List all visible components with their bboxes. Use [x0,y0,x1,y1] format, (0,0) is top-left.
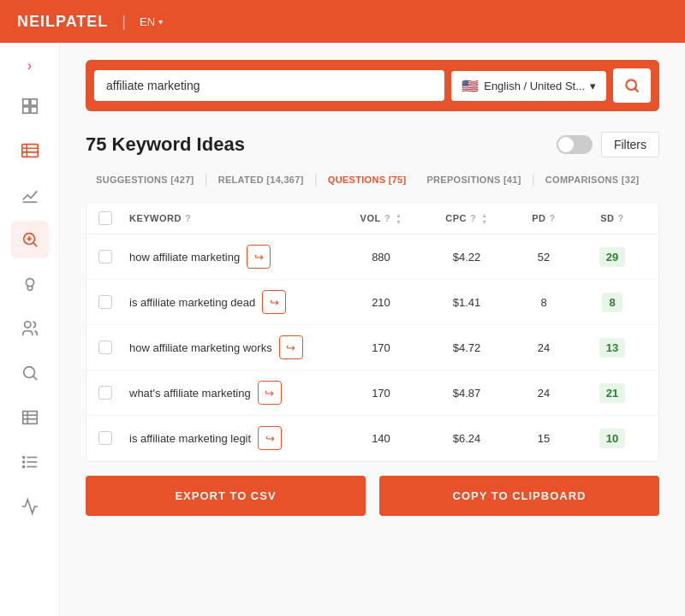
svg-point-22 [22,461,24,463]
keyword-cell-2: is affiliate marketing dead ↪ [129,290,338,314]
sidebar-item-dashboard[interactable] [11,87,49,125]
table-row: is affiliate marketing dead ↪ 210 $1.41 … [86,280,658,325]
copy-clipboard-button[interactable]: COPY TO CLIPBOARD [379,476,659,516]
vol-1: 880 [338,251,424,264]
pd-2: 8 [509,296,578,309]
tab-related[interactable]: RELATED [14,367] [208,171,314,188]
tab-comparisons[interactable]: COMPARISONS [32] [535,171,650,188]
svg-rect-1 [30,99,36,105]
cpc-sort[interactable]: ▲▼ [481,212,487,225]
sd-1: 29 [599,247,625,267]
keyword-text-3: how affiliate marketing works [129,341,272,354]
main-content: 🇺🇸 English / United St... ▾ 75 Keyword I… [60,43,685,616]
sidebar-item-activity[interactable] [11,488,49,525]
keyword-info-icon: ? [185,213,191,223]
pd-4: 24 [509,387,578,400]
row-checkbox-2[interactable] [98,295,112,309]
keyword-tabs: SUGGESTIONS [427] | RELATED [14,367] | Q… [86,171,659,188]
svg-point-11 [24,322,30,328]
main-layout: › [0,43,685,616]
keyword-arrow-btn-3[interactable]: ↪ [279,335,303,359]
tab-suggestions[interactable]: SUGGESTIONS [427] [86,171,205,188]
search-button[interactable] [613,68,651,103]
table-row: how affiliate marketing ↪ 880 $4.22 52 2… [86,234,658,280]
cpc-1: $4.22 [424,251,509,264]
svg-point-10 [26,279,33,287]
svg-line-13 [33,376,37,381]
col-header-sd: SD ? [578,213,646,223]
lang-label: EN [140,15,155,28]
keyword-arrow-btn-1[interactable]: ↪ [247,245,271,269]
keyword-arrow-btn-4[interactable]: ↪ [258,381,282,405]
svg-rect-4 [21,145,37,157]
table-row: is affiliate marketing legit ↪ 140 $6.24… [86,416,658,461]
vol-3: 170 [338,341,424,354]
sidebar-item-list[interactable] [11,443,49,481]
tab-prepositions[interactable]: PREPOSITIONS [41] [416,171,531,188]
svg-point-12 [23,367,34,378]
pd-info-icon: ? [550,213,556,223]
svg-line-25 [634,88,638,92]
select-all-checkbox[interactable] [98,211,112,225]
sidebar-item-table[interactable] [11,399,49,436]
export-csv-button[interactable]: EXPORT TO CSV [86,476,366,516]
row-checkbox-3[interactable] [98,341,112,354]
svg-rect-14 [22,412,37,424]
sidebar: › [0,43,60,616]
keyword-text-5: is affiliate marketing legit [129,432,251,445]
logo: NEILPATEL [17,13,108,31]
keyword-text-4: what's affiliate marketing [129,387,251,400]
keyword-text-1: how affiliate marketing [129,251,240,264]
keyword-cell-4: what's affiliate marketing ↪ [129,381,338,405]
keyword-cell-1: how affiliate marketing ↪ [129,245,338,269]
svg-point-24 [626,80,636,90]
row-checkbox-5[interactable] [98,431,112,445]
vol-5: 140 [338,432,424,445]
ideas-header: 75 Keyword Ideas Filters [86,132,659,157]
filter-toggle[interactable] [557,135,593,154]
flag-icon: 🇺🇸 [462,78,479,94]
svg-rect-0 [22,99,28,105]
vol-sort[interactable]: ▲▼ [396,212,402,225]
cpc-5: $6.24 [424,432,509,445]
bottom-actions: EXPORT TO CSV COPY TO CLIPBOARD [86,476,659,524]
sidebar-item-ideas[interactable] [11,265,49,303]
cpc-3: $4.72 [424,341,509,354]
lang-chevron-icon: ▾ [590,80,596,92]
keyword-cell-3: how affiliate marketing works ↪ [129,335,338,359]
sd-info-icon: ? [618,213,624,223]
sidebar-item-users[interactable] [11,310,49,347]
keyword-arrow-btn-5[interactable]: ↪ [258,426,282,450]
filters-button[interactable]: Filters [601,132,659,157]
cpc-4: $4.87 [424,387,509,400]
pd-1: 52 [509,251,578,264]
table-header: KEYWORD ? VOL ? ▲▼ CPC ? ▲▼ PD ? [86,203,658,234]
sidebar-item-keywords[interactable] [11,221,49,258]
pd-3: 24 [509,341,578,354]
col-header-pd: PD ? [509,213,578,223]
language-selector[interactable]: EN ▾ [140,15,163,28]
svg-rect-3 [30,107,36,113]
svg-point-23 [22,466,24,468]
col-header-vol: VOL ? ▲▼ [338,212,424,225]
keyword-text-2: is affiliate marketing dead [129,296,255,309]
sidebar-collapse-button[interactable]: › [21,51,39,80]
row-checkbox-4[interactable] [98,386,112,400]
cpc-2: $1.41 [424,296,509,309]
tab-questions[interactable]: QUESTIONS [75] [318,171,417,188]
search-input[interactable] [94,70,444,101]
row-checkbox-1[interactable] [98,250,112,264]
sd-5: 10 [599,429,625,448]
sidebar-item-search[interactable] [11,354,49,392]
svg-line-7 [33,243,37,247]
sd-2: 8 [602,293,622,312]
sidebar-item-target[interactable] [11,132,49,169]
sd-4: 21 [599,383,625,403]
pd-5: 15 [509,432,578,445]
top-nav: NEILPATEL | EN ▾ [0,0,685,43]
search-bar: 🇺🇸 English / United St... ▾ [86,60,659,111]
sidebar-item-analytics[interactable] [11,176,49,214]
language-dropdown[interactable]: 🇺🇸 English / United St... ▾ [451,71,606,101]
keyword-arrow-btn-2[interactable]: ↪ [262,290,286,314]
table-row: what's affiliate marketing ↪ 170 $4.87 2… [86,370,658,416]
